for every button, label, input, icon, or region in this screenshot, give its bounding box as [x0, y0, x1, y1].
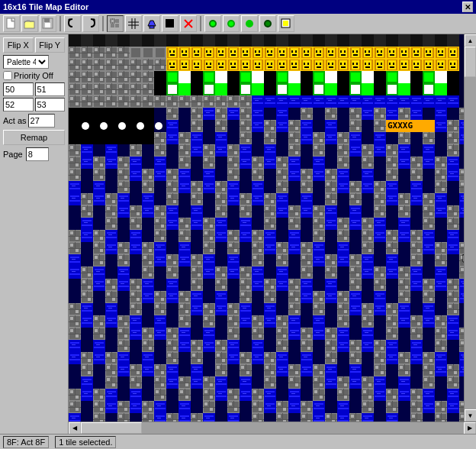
status-left: 8F: Act 8F: [3, 436, 49, 448]
remap-button[interactable]: Remap: [3, 130, 65, 145]
svg-point-18: [211, 21, 215, 26]
coord-51-input[interactable]: [35, 82, 66, 96]
left-panel: Flip X Flip Y Palette 4 Priority Off Act…: [0, 34, 69, 434]
coord-50-input[interactable]: [3, 82, 34, 96]
canvas-area[interactable]: [69, 34, 464, 422]
flip-y-button[interactable]: Flip Y: [35, 37, 66, 53]
svg-rect-25: [283, 21, 288, 26]
priority-label: Priority Off: [14, 71, 53, 80]
tool-b[interactable]: [223, 15, 240, 32]
close-button[interactable]: ✕: [462, 2, 473, 12]
scroll-left-button[interactable]: ◀: [69, 422, 81, 434]
coord-grid: [3, 82, 65, 111]
svg-rect-13: [150, 26, 154, 28]
page-label: Page: [3, 150, 23, 159]
tool-c[interactable]: [241, 15, 258, 32]
main-window: Flip X Flip Y Palette 4 Priority Off Act…: [0, 14, 476, 449]
vertical-scrollbar: ▲ ▼: [464, 34, 476, 422]
tool-fill[interactable]: [162, 15, 178, 32]
canvas-scroll-container: ▲ ▼ ◀ ▶: [69, 34, 476, 434]
scroll-thumb-vertical[interactable]: [465, 47, 476, 77]
scroll-track-vertical[interactable]: [465, 47, 476, 409]
save-button[interactable]: [40, 15, 56, 32]
titlebar-title: 16x16 Tile Map Editor: [3, 2, 88, 11]
priority-checkbox[interactable]: [3, 71, 12, 80]
tool-a[interactable]: [204, 15, 221, 32]
svg-rect-5: [111, 19, 114, 23]
svg-point-23: [265, 21, 270, 26]
titlebar: 16x16 Tile Map Editor ✕: [0, 0, 476, 14]
tool-d[interactable]: [259, 15, 276, 32]
scroll-right-button[interactable]: ▶: [464, 422, 476, 434]
separator2: [102, 16, 104, 31]
tool-select[interactable]: [107, 15, 124, 32]
svg-rect-1: [24, 21, 34, 28]
tool-eraser[interactable]: [180, 15, 197, 32]
actas-label: Act as: [3, 116, 27, 125]
status-left-text: 8F: Act 8F: [7, 438, 45, 447]
scroll-track-horizontal[interactable]: [81, 422, 464, 434]
actas-input[interactable]: [28, 114, 55, 128]
flip-row: Flip X Flip Y: [3, 37, 65, 53]
actas-row: Act as: [3, 114, 65, 128]
content-area: Flip X Flip Y Palette 4 Priority Off Act…: [0, 34, 476, 434]
scroll-up-button[interactable]: ▲: [465, 34, 477, 47]
flip-x-button[interactable]: Flip X: [3, 37, 34, 53]
svg-rect-7: [111, 24, 114, 27]
svg-rect-0: [7, 18, 14, 28]
scroll-down-button[interactable]: ▼: [465, 409, 477, 422]
separator1: [60, 16, 61, 31]
redo-button[interactable]: [82, 15, 99, 32]
open-button[interactable]: [21, 15, 38, 32]
tool-e[interactable]: [278, 15, 294, 32]
svg-rect-3: [44, 18, 50, 22]
canvas-h-area: ▲ ▼: [69, 34, 476, 422]
svg-rect-6: [115, 19, 119, 23]
svg-rect-8: [115, 24, 119, 27]
tilemap-canvas[interactable]: [69, 34, 464, 422]
separator3: [200, 16, 201, 31]
svg-rect-4: [45, 23, 50, 27]
svg-point-21: [246, 20, 253, 27]
palette-select[interactable]: Palette 4: [3, 55, 49, 69]
statusbar: 8F: Act 8F 1 tile selected.: [0, 434, 476, 449]
status-right: 1 tile selected.: [55, 436, 116, 448]
priority-row: Priority Off: [3, 71, 65, 80]
undo-button[interactable]: [64, 15, 81, 32]
new-button[interactable]: [3, 15, 20, 32]
svg-point-20: [229, 21, 233, 26]
scroll-thumb-horizontal[interactable]: [81, 422, 142, 434]
status-right-text: 1 tile selected.: [59, 438, 112, 447]
coord-52-input[interactable]: [3, 98, 34, 111]
toolbar1: [0, 14, 476, 34]
coord-53-input[interactable]: [35, 98, 66, 111]
page-row: Page: [3, 147, 65, 161]
svg-rect-14: [166, 19, 174, 27]
page-input[interactable]: [26, 147, 49, 161]
horizontal-scrollbar: ◀ ▶: [69, 422, 476, 434]
palette-row: Palette 4: [3, 55, 65, 69]
tool-bucket[interactable]: [143, 15, 160, 32]
tool-grid[interactable]: [125, 15, 142, 32]
